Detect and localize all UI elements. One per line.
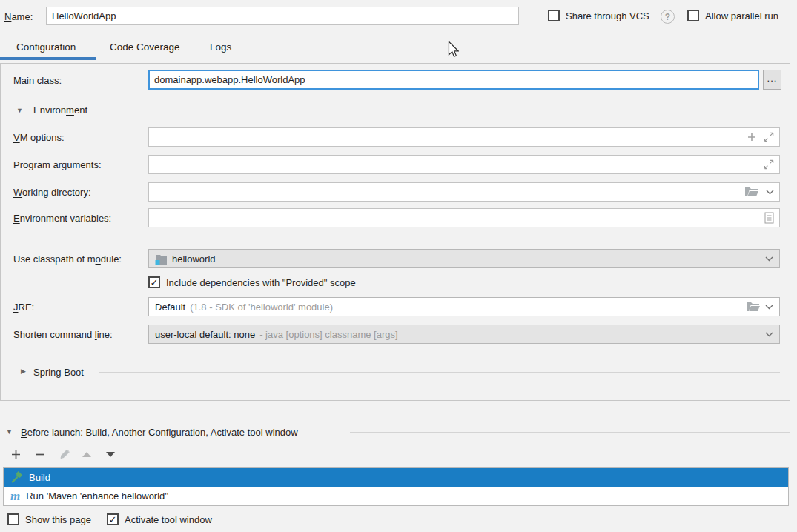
activate-tool-window-checkbox-box[interactable]: ✓ bbox=[107, 513, 119, 525]
main-class-label: Main class: bbox=[13, 75, 62, 86]
allow-parallel-checkbox[interactable]: Allow parallel run bbox=[687, 10, 778, 21]
shorten-command-line-label: Shorten command line: bbox=[13, 329, 113, 340]
allow-parallel-label: Allow parallel run bbox=[705, 10, 778, 21]
vm-options-input[interactable] bbox=[148, 127, 780, 147]
environment-variables-input[interactable] bbox=[148, 208, 780, 227]
spring-boot-section-divider bbox=[99, 372, 780, 373]
chevron-down-icon[interactable] bbox=[765, 305, 773, 310]
module-combobox-value: helloworld bbox=[172, 253, 216, 265]
module-icon bbox=[155, 253, 168, 265]
mouse-cursor bbox=[448, 41, 459, 58]
shorten-combobox[interactable]: user-local default: none - java [options… bbox=[148, 325, 780, 344]
spring-boot-section-title[interactable]: Spring Boot bbox=[33, 367, 84, 378]
task-row-maven[interactable]: m Run 'Maven 'enhance helloworld'' bbox=[4, 487, 788, 505]
tab-configuration[interactable]: Configuration bbox=[16, 41, 76, 53]
program-arguments-input[interactable] bbox=[148, 155, 780, 174]
share-vcs-checkbox[interactable]: Share through VCS bbox=[548, 10, 649, 21]
tab-logs[interactable]: Logs bbox=[210, 41, 231, 53]
environment-section-divider bbox=[104, 110, 780, 110]
environment-collapse-icon[interactable]: ▼ bbox=[16, 107, 23, 114]
main-class-browse-button[interactable]: ... bbox=[763, 70, 781, 90]
chevron-down-icon[interactable] bbox=[766, 190, 774, 195]
help-icon[interactable]: ? bbox=[661, 10, 675, 24]
chevron-down-icon[interactable] bbox=[765, 332, 773, 337]
task-row-build-label: Build bbox=[29, 472, 50, 483]
jre-combobox-value: Default bbox=[155, 302, 185, 313]
open-folder-icon[interactable] bbox=[744, 187, 759, 197]
classpath-module-label: Use classpath of module: bbox=[13, 253, 122, 265]
env-list-icon[interactable] bbox=[764, 212, 774, 224]
working-directory-input[interactable] bbox=[148, 182, 780, 202]
before-launch-title[interactable]: Before launch: Build, Another Configurat… bbox=[21, 427, 298, 438]
show-this-page-label: Show this page bbox=[25, 514, 91, 525]
provided-scope-label: Include dependencies with "Provided" sco… bbox=[166, 277, 356, 288]
share-vcs-label: Share through VCS bbox=[566, 10, 649, 21]
open-folder-icon[interactable] bbox=[746, 302, 761, 312]
remove-icon[interactable] bbox=[33, 448, 47, 461]
plus-icon[interactable] bbox=[747, 132, 757, 142]
expand-icon[interactable] bbox=[764, 159, 774, 170]
shorten-combobox-value: user-local default: none bbox=[155, 329, 255, 340]
shorten-combobox-hint: - java [options] classname [args] bbox=[259, 329, 397, 340]
spring-boot-expand-icon[interactable]: ▶ bbox=[21, 368, 26, 375]
show-this-page-checkbox-box[interactable] bbox=[7, 513, 19, 525]
environment-variables-label: Environment variables: bbox=[13, 213, 111, 224]
before-launch-task-list: Build m Run 'Maven 'enhance helloworld'' bbox=[3, 467, 789, 506]
name-label: Name: bbox=[4, 11, 33, 22]
tab-code-coverage[interactable]: Code Coverage bbox=[110, 41, 180, 53]
move-down-icon[interactable] bbox=[104, 448, 117, 461]
show-this-page-checkbox[interactable]: Show this page bbox=[7, 513, 91, 525]
allow-parallel-checkbox-box[interactable] bbox=[687, 10, 699, 21]
main-class-input[interactable] bbox=[148, 70, 759, 90]
module-combobox[interactable]: helloworld bbox=[148, 249, 780, 268]
active-tab-indicator bbox=[0, 57, 96, 60]
task-row-build[interactable]: Build bbox=[4, 468, 788, 487]
before-launch-divider bbox=[350, 432, 790, 433]
maven-icon: m bbox=[10, 490, 20, 502]
provided-scope-checkbox-box[interactable]: ✓ bbox=[148, 276, 160, 288]
chevron-down-icon[interactable] bbox=[765, 256, 773, 262]
expand-icon[interactable] bbox=[764, 132, 774, 142]
working-directory-label: Working directory: bbox=[13, 187, 91, 198]
jre-label: JRE: bbox=[13, 302, 34, 313]
provided-scope-checkbox[interactable]: ✓ Include dependencies with "Provided" s… bbox=[148, 276, 356, 288]
task-row-maven-label: Run 'Maven 'enhance helloworld'' bbox=[26, 491, 168, 502]
edit-pencil-icon[interactable] bbox=[58, 448, 71, 461]
jre-combobox-hint: (1.8 - SDK of 'helloworld' module) bbox=[190, 302, 333, 313]
activate-tool-window-checkbox[interactable]: ✓ Activate tool window bbox=[107, 513, 212, 525]
build-hammer-icon bbox=[10, 471, 23, 484]
program-arguments-label: Program arguments: bbox=[13, 159, 102, 170]
share-vcs-checkbox-box[interactable] bbox=[548, 10, 560, 21]
add-icon[interactable] bbox=[9, 448, 22, 461]
vm-options-label: VM options: bbox=[13, 132, 65, 143]
environment-section-title[interactable]: Environment bbox=[33, 104, 87, 116]
move-up-icon[interactable] bbox=[80, 448, 93, 461]
run-debug-configuration-dialog: Name: Share through VCS ? Allow parallel… bbox=[0, 0, 797, 532]
name-input[interactable] bbox=[46, 7, 519, 25]
configuration-tab-panel bbox=[0, 63, 790, 401]
before-launch-collapse-icon[interactable]: ▼ bbox=[6, 428, 13, 436]
activate-tool-window-label: Activate tool window bbox=[125, 514, 212, 525]
jre-combobox[interactable]: Default (1.8 - SDK of 'helloworld' modul… bbox=[148, 297, 780, 316]
